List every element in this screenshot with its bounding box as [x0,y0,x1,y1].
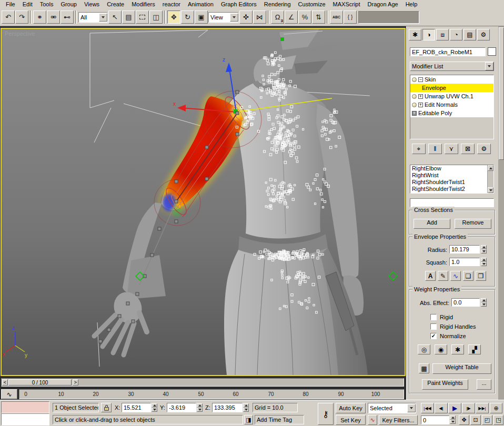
normalize-checkbox-row[interactable]: ✓ Normalize [430,333,466,339]
stack-row-unwrap-uvw[interactable]: + Unwrap UVW Ch.1 [410,92,493,100]
selection-lock-button[interactable] [101,403,112,412]
menu-tools[interactable]: Tools [36,1,57,8]
set-key-mode-button[interactable]: ⚷ [318,403,334,425]
named-selection-sets-button[interactable]: ABC [330,11,343,24]
weight-tool-button[interactable]: ▦ [419,363,429,373]
select-and-move-button[interactable]: ✥ [167,11,180,24]
pin-stack-button[interactable]: ⌖ [412,144,426,154]
rigid-checkbox[interactable] [430,314,437,320]
menu-group[interactable]: Group [57,1,80,8]
menu-views[interactable]: Views [80,1,103,8]
menu-maxscript[interactable]: MAXScript [329,1,364,8]
named-selection-field[interactable] [358,11,419,24]
show-end-result-button[interactable]: ‖ [428,144,442,154]
perspective-viewport[interactable]: z x x y z Perspective [1,28,406,376]
modifier-list-dropdown[interactable]: Modifier List [410,62,494,71]
next-frame-arrow[interactable]: > [73,379,78,386]
chevron-down-icon[interactable] [485,62,493,70]
bone-item-rightshouldertwist1[interactable]: RightShoulderTwist1 [410,179,493,186]
previous-frame-button[interactable]: ◀| [435,403,448,413]
z-coordinate-field[interactable] [212,403,243,412]
bone-filter-field[interactable] [410,198,494,207]
go-to-start-button[interactable]: |◀◀ [421,403,434,413]
expand-icon[interactable]: + [418,94,423,99]
wirecolor-swatch[interactable] [488,47,496,56]
mini-curve-editor-button[interactable]: ∿ [1,389,17,399]
previous-frame-arrow[interactable]: < [2,379,8,386]
rigid-handles-checkbox-row[interactable]: Rigid Handles [430,323,476,330]
object-name-field[interactable] [410,47,486,56]
stack-row-skin[interactable]: − Skin [410,75,493,84]
abs-effect-spinner[interactable] [481,298,487,307]
edit-named-selections-button[interactable]: { } [344,11,357,24]
use-center-button[interactable]: ✜ [239,11,253,24]
y-spinner[interactable] [197,403,203,412]
menu-create[interactable]: Create [103,1,128,8]
bulb-icon[interactable] [412,77,417,82]
abs-effect-field[interactable] [451,298,480,307]
percent-snap-button[interactable]: % [298,11,311,24]
bind-to-spacewarp-button[interactable]: ⊷ [61,11,74,24]
mirror-button[interactable]: ⋈ [253,11,266,24]
time-slider[interactable]: < 0 / 100 > [1,378,404,387]
bone-item-rightelbow[interactable]: RightElbow [410,165,493,172]
frame-spinner[interactable] [450,415,456,424]
mirror-weights-button[interactable]: ▞ [468,344,481,354]
menu-rendering[interactable]: Rendering [260,1,295,8]
select-and-link-button[interactable]: ⚭ [33,11,46,24]
chevron-down-icon[interactable] [230,13,238,22]
paint-options-button[interactable]: ... [477,379,491,390]
menu-modifiers[interactable]: Modifiers [128,1,159,8]
menu-animation[interactable]: Animation [184,1,217,8]
tab-create[interactable]: ✱ [409,29,421,40]
min-max-toggle-button[interactable]: ◳ [493,415,503,425]
listener-script-pane[interactable] [1,413,49,425]
command-panel-scrollbar[interactable] [498,26,504,400]
next-frame-button[interactable]: |▶ [462,403,475,413]
chevron-down-icon[interactable] [99,13,107,22]
bulb-icon[interactable] [412,94,417,99]
bone-list-scrollbar[interactable] [487,165,493,193]
menu-help[interactable]: Help [402,1,421,8]
reference-coordinate-dropdown[interactable]: View [208,12,239,23]
remove-cross-section-button[interactable]: Remove [455,219,491,229]
stack-row-editable-poly[interactable]: + Editable Poly [410,109,493,117]
menu-reactor[interactable]: reactor [159,1,184,8]
selection-filter-dropdown[interactable]: All [78,12,108,23]
y-coordinate-field[interactable] [167,403,196,412]
play-button[interactable]: ▶ [452,405,457,412]
configure-modifier-sets-button[interactable]: ⚙ [477,144,491,154]
key-filters-curve-button[interactable]: ∿ [368,415,377,425]
make-unique-button[interactable]: ⋎ [445,144,458,154]
time-slider-handle[interactable]: 0 / 100 [8,379,72,386]
listener-macro-pane[interactable] [1,401,49,413]
tab-utilities[interactable]: ⚙ [477,29,490,40]
menu-edit[interactable]: Edit [19,1,36,8]
paste-envelope-button[interactable]: ❐ [476,271,486,281]
absolute-effect-button[interactable]: A [425,271,436,281]
set-key-button[interactable]: Set Key [336,415,366,425]
snap-toggle-button[interactable]: Ω3 [271,11,284,24]
selection-region-button[interactable] [136,11,149,24]
expand-icon[interactable]: + [418,103,423,107]
track-bar[interactable]: 0 10 20 30 40 50 60 70 80 90 100 [19,389,404,399]
select-by-name-button[interactable]: ▤ [122,11,135,24]
spinner-snap-button[interactable]: ⇅ [312,11,325,24]
bake-weights-button[interactable]: ✱ [451,344,464,354]
prompt-options-button[interactable]: ◨ [244,415,253,424]
stack-row-envelope[interactable]: Envelope [410,84,493,92]
zoom-region-button[interactable]: ◰ [482,415,492,425]
select-and-scale-button[interactable]: ▣ [195,11,208,24]
expand-icon[interactable]: + [412,111,417,116]
falloff-button[interactable]: ∿ [450,271,461,281]
redo-button[interactable]: ↷ [15,11,28,24]
menu-dragon-age[interactable]: Dragon Age [364,1,402,8]
x-spinner[interactable] [152,403,157,412]
tab-modify[interactable]: ◑ [422,29,435,40]
auto-key-button[interactable]: Auto Key [336,403,366,413]
viewport-label[interactable]: Perspective [5,31,35,37]
normalize-checkbox[interactable]: ✓ [430,333,437,339]
menu-customize[interactable]: Customize [295,1,329,8]
copy-envelope-button[interactable]: ❏ [463,271,473,281]
chevron-down-icon[interactable] [407,404,416,412]
